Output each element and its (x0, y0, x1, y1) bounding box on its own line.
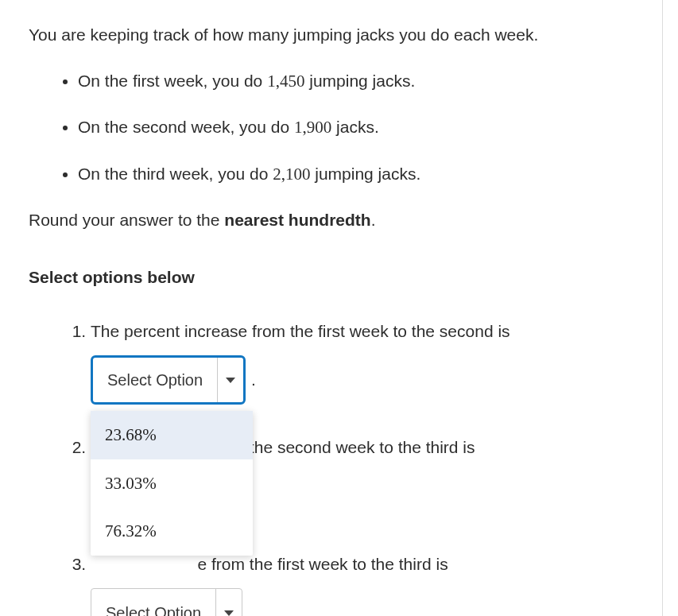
dropdown-option[interactable]: 33.03% (91, 459, 253, 508)
question-1-text: The percent increase from the first week… (91, 322, 510, 340)
right-panel-border (662, 0, 678, 616)
bullet-num: 1,450 (267, 72, 304, 91)
dropdown-q1[interactable]: Select Option (91, 355, 246, 405)
bullet-pre: On the third week, you do (78, 165, 273, 183)
bullet-item: On the second week, you do 1,900 jacks. (78, 114, 649, 141)
bullets-list: On the first week, you do 1,450 jumping … (78, 68, 649, 188)
intro-text: You are keeping track of how many jumpin… (29, 22, 649, 48)
bullet-item: On the first week, you do 1,450 jumping … (78, 68, 649, 95)
bullet-post: jumping jacks. (310, 165, 420, 183)
bullet-post: jumping jacks. (304, 72, 415, 90)
period: . (248, 603, 253, 616)
bullet-num: 1,900 (294, 118, 331, 137)
bullet-pre: On the second week, you do (78, 118, 294, 136)
dropdown-options-popup: 23.68% 33.03% 76.32% (91, 411, 253, 556)
dropdown-option[interactable]: 76.32% (91, 507, 253, 556)
question-3: The from the first week to the third is … (91, 552, 649, 616)
bullet-post: jacks. (331, 118, 379, 136)
dropdown-q1-label: Select Option (93, 358, 218, 402)
round-post: . (371, 211, 376, 229)
bullet-pre: On the first week, you do (78, 72, 267, 90)
question-1: The percent increase from the first week… (91, 319, 649, 405)
period: . (251, 370, 256, 389)
round-pre: Round your answer to the (29, 211, 224, 229)
caret-down-icon (218, 358, 243, 402)
questions-list: The percent increase from the first week… (91, 319, 649, 617)
dropdown-q3-label: Select Option (91, 589, 216, 616)
dropdown-q3[interactable]: Select Option (91, 588, 242, 616)
dropdown-option[interactable]: 23.68% (91, 411, 253, 459)
round-instruction: Round your answer to the nearest hundred… (29, 207, 649, 233)
caret-down-icon (216, 589, 242, 616)
select-options-heading: Select options below (29, 268, 649, 287)
question-3-text-partial: e from the first week to the third is (198, 555, 448, 573)
bullet-num: 2,100 (273, 165, 310, 184)
bullet-item: On the third week, you do 2,100 jumping … (78, 161, 649, 188)
round-bold: nearest hundredth (224, 211, 370, 229)
